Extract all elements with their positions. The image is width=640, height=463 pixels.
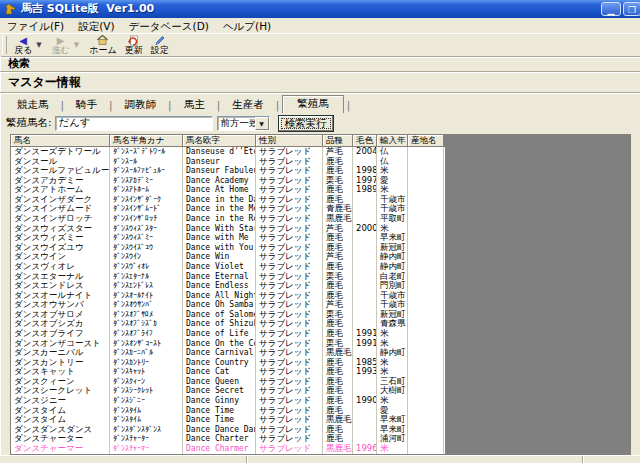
match-mode-select[interactable]: 前方一致 ▼ (217, 116, 270, 131)
search-execute-button[interactable]: 検索実行 (278, 115, 334, 132)
forward-dropdown[interactable]: ▼ (74, 34, 81, 56)
table-row[interactable]: ダンスクィーンﾀﾞﾝｽｸｨｰﾝDance Queenサラブレッド鹿毛三石町 (11, 377, 445, 387)
refresh-button[interactable]: 更新 (121, 34, 147, 56)
tab-3[interactable]: 馬主 (173, 97, 216, 113)
minimize-button[interactable]: ▁ (601, 2, 621, 16)
table-row[interactable]: ダンスインザロッチﾀﾞﾝｽｲﾝｻﾞﾛｯﾁDance in the Rochサラブ… (11, 214, 445, 224)
tab-5[interactable]: 繁殖馬 (282, 95, 344, 113)
table-row[interactable]: ダンスチャーマーﾀﾞﾝｽﾁｬｰﾏｰDance Charmerサラブレッド黒鹿毛1… (11, 444, 445, 454)
table-row[interactable]: ダンスジニーﾀﾞﾝｽｼﾞﾆｰDance Ginnyサラブレッド鹿毛1990米 (11, 396, 445, 406)
table-cell: Dance Violet (183, 262, 256, 272)
table-cell: Dance in the Mood (183, 204, 256, 214)
table-row[interactable]: ダンスカーニバルﾀﾞﾝｽｶｰﾆﾊﾞﾙDance Carnivalサラブレッド黒鹿… (11, 348, 445, 358)
table-cell: サラブレッド (256, 166, 323, 176)
table-cell (353, 386, 377, 396)
home-button[interactable]: ホーム (85, 34, 120, 56)
table-cell: 鹿毛 (323, 166, 353, 176)
breeding-name-input[interactable] (55, 116, 213, 131)
table-row[interactable]: ダンスオールナイトﾀﾞﾝｽｵｰﾙﾅｲﾄDance All Nightサラブレッド… (11, 291, 445, 301)
search-section-header: 検索 (0, 57, 640, 72)
table-cell: 鹿毛 (323, 233, 353, 243)
table-row[interactable]: ダンスオブライフﾀﾞﾝｽｵﾌﾞﾗｲﾌDance of Lifeサラブレッド鹿毛1… (11, 329, 445, 339)
table-cell: サラブレッド (256, 233, 323, 243)
table-cell: ダンスクィーン (11, 377, 110, 387)
table-row[interactable]: ダンスカントリーﾀﾞﾝｽｶﾝﾄﾘｰDance Countryサラブレッド鹿毛19… (11, 358, 445, 368)
table-row[interactable]: ダンスダンスダンスﾀﾞﾝｽﾀﾞﾝｽﾀﾞﾝｽDance Dance Danceサラ… (11, 425, 445, 435)
tab-1[interactable]: 騎手 (65, 97, 108, 113)
forward-button[interactable]: ▶ 進む (48, 34, 74, 56)
table-cell: 栗毛 (323, 310, 353, 320)
header-cell-4[interactable]: 品種 (323, 135, 353, 147)
table-row[interactable]: ダンスールﾀﾞﾝｽｰﾙDanseurサラブレッド鹿毛仏 (11, 157, 445, 167)
table-cell: ダンスオブサロメ (11, 310, 110, 320)
table-row[interactable]: ダンスオウサンバﾀﾞﾝｽｵｳｻﾝﾊﾞDance Oh Sambaサラブレッド芦毛… (11, 300, 445, 310)
menu-item-0[interactable]: ファイル(F) (0, 19, 71, 33)
header-cell-1[interactable]: 馬名半角カナ (110, 135, 183, 147)
table-cell: ﾀﾞﾝｽｴﾀｰﾅﾙ (110, 272, 183, 282)
table-cell: ダンスアカデミー (11, 176, 110, 186)
table-row[interactable]: ダンスタイムﾀﾞﾝｽﾀｲﾑDance Timeサラブレッド鹿毛愛 (11, 406, 445, 416)
table-cell: 米 (377, 444, 408, 454)
window-titlebar: 馬吉 SQLite版 Ver1.00 ▁ ❐ (0, 0, 640, 18)
table-row[interactable]: ダンスタイムﾀﾞﾝｽﾀｲﾑDance Timeサラブレッド黒鹿毛早来町 (11, 415, 445, 425)
table-row[interactable]: ダンスーズデトワールﾀﾞﾝｽｰｽﾞﾃﾞﾄﾜｰﾙDanseuse d''Etoil… (11, 147, 445, 157)
header-cell-6[interactable]: 輸入年 (377, 135, 408, 147)
table-row[interactable]: ダンスエターナルﾀﾞﾝｽｴﾀｰﾅﾙDance Eternalサラブレッド栗毛白老… (11, 272, 445, 282)
table-row[interactable]: ダンスオブサロメﾀﾞﾝｽｵﾌﾞｻﾛﾒDance of Salomeサラブレッド栗… (11, 310, 445, 320)
table-row[interactable]: ダンスオンザコーストﾀﾞﾝｽｵﾝｻﾞｺｰｽﾄDance On the Coast… (11, 339, 445, 349)
header-cell-0[interactable]: 馬名 (11, 135, 110, 147)
table-cell: ダンスカーニバル (11, 348, 110, 358)
table-cell: ダンスウィズスター (11, 224, 110, 234)
table-row[interactable]: ダンスウインﾀﾞﾝｽｳｲﾝDance Winサラブレッド芦毛静内町 (11, 252, 445, 262)
back-button[interactable]: ◀ 戻る (10, 34, 36, 56)
table-row[interactable]: ダンスールファビュルーﾀﾞﾝｽｰﾙﾌｧﾋﾞｭﾙｰDanseur Fabuleux… (11, 166, 445, 176)
tab-2[interactable]: 調教師 (114, 97, 168, 113)
table-row[interactable]: ダンスウィズミーﾀﾞﾝｽｳｨｽﾞﾐｰDance with Meサラブレッド鹿毛早… (11, 233, 445, 243)
table-row[interactable]: ダンスキャットﾀﾞﾝｽｷｬｯﾄDance Catサラブレッド鹿毛1993米 (11, 367, 445, 377)
table-cell: Dance Win (183, 252, 256, 262)
table-row[interactable]: ダンスシークレットﾀﾞﾝｽｼｰｸﾚｯﾄDance Secretサラブレッド鹿毛大… (11, 386, 445, 396)
header-cell-3[interactable]: 性別 (256, 135, 323, 147)
table-cell: 鹿毛 (323, 281, 353, 291)
back-dropdown[interactable]: ▼ (36, 34, 43, 56)
restore-button[interactable]: ❐ (623, 2, 640, 16)
tab-4[interactable]: 生産者 (221, 97, 275, 113)
table-row[interactable]: ダンスウイズユウﾀﾞﾝｽｳｲｽﾞﾕｳDance with Youサラブレッド鹿毛… (11, 243, 445, 253)
table-cell: Dance in the Roch (183, 214, 256, 224)
table-cell (353, 262, 377, 272)
table-cell: Dance Cat (183, 367, 256, 377)
table-cell (408, 300, 444, 310)
table-row[interactable]: ダンスアカデミーﾀﾞﾝｽｱｶﾃﾞﾐｰDance Academyサラブレッド栗毛1… (11, 176, 445, 186)
table-row[interactable]: ダンスチャーターﾀﾞﾝｽﾁｬｰﾀｰDance Charterサラブレッド鹿毛浦河… (11, 434, 445, 444)
table-cell: サラブレッド (256, 358, 323, 368)
table-row[interactable]: ダンスヴィオレﾀﾞﾝｽｳﾞｨｵﾚDance Violetサラブレッド鹿毛静内町 (11, 262, 445, 272)
table-cell: サラブレッド (256, 300, 323, 310)
tab-0[interactable]: 競走馬 (6, 97, 60, 113)
table-row[interactable]: ダンスインザダークﾀﾞﾝｽｲﾝｻﾞﾀﾞｰｸDance in the Darkサラ… (11, 195, 445, 205)
table-row[interactable]: ダンスインザムードﾀﾞﾝｽｲﾝｻﾞﾑｰﾄﾞDance in the Moodサラ… (11, 204, 445, 214)
settings-button[interactable]: 設定 (147, 34, 173, 56)
dropdown-button[interactable]: ▼ (255, 117, 269, 130)
chevron-down-icon: ▼ (259, 120, 264, 127)
table-cell (353, 195, 377, 205)
table-cell (408, 348, 444, 358)
header-cell-7[interactable]: 産地名 (408, 135, 444, 147)
table-row[interactable]: ダンスウィズスターﾀﾞﾝｽｳｨｽﾞｽﾀｰDance With Starサラブレッ… (11, 224, 445, 234)
menu-item-2[interactable]: データベース(D) (122, 19, 216, 33)
table-cell: 米 (377, 185, 408, 195)
menu-item-3[interactable]: ヘルプ(H) (216, 19, 278, 33)
table-cell: サラブレッド (256, 377, 323, 387)
table-cell: ダンスオウサンバ (11, 300, 110, 310)
table-row[interactable]: ダンスエンドレスﾀﾞﾝｽｴﾝﾄﾞﾚｽDance Endlessサラブレッド鹿毛門… (11, 281, 445, 291)
table-cell: 早来町 (377, 233, 408, 243)
table-row[interactable]: ダンスオブシズカﾀﾞﾝｽｵﾌﾞｼｽﾞｶDance of Shizukaサラブレッ… (11, 319, 445, 329)
table-cell: サラブレッド (256, 310, 323, 320)
header-cell-5[interactable]: 毛色 (353, 135, 377, 147)
toolbar-grip[interactable] (2, 36, 7, 54)
header-cell-2[interactable]: 馬名欧字 (183, 135, 256, 147)
table-cell: ﾀﾞﾝｽｵﾝｻﾞｺｰｽﾄ (110, 339, 183, 349)
table-cell: Danseuse d''Etoile (183, 147, 256, 157)
table-cell: ダンスダンスダンス (11, 425, 110, 435)
table-row[interactable]: ダンスアトホームﾀﾞﾝｽｱﾄﾎｰﾑDance At Homeサラブレッド鹿毛19… (11, 185, 445, 195)
menu-item-1[interactable]: 設定(V) (71, 19, 121, 33)
